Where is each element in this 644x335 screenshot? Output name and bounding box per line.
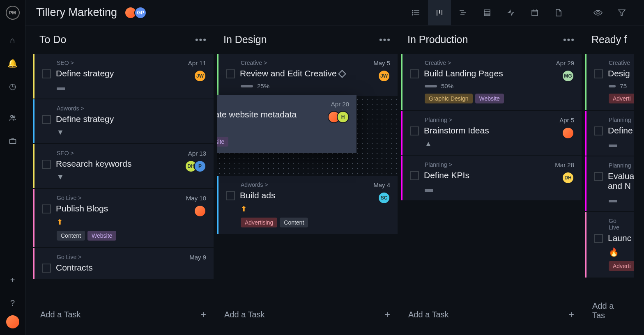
- assignee-avatar[interactable]: JW: [378, 70, 390, 82]
- app-logo[interactable]: PM: [6, 6, 20, 20]
- add-task-button[interactable]: Add a Tas: [585, 294, 634, 328]
- checkbox[interactable]: [594, 234, 603, 243]
- task-card[interactable]: SEO >Define strategy▬Apr 11JW: [33, 54, 214, 99]
- add-task-button[interactable]: Add a Task+: [401, 301, 582, 328]
- add-task-button[interactable]: Add a Task+: [33, 301, 214, 328]
- checkbox[interactable]: [410, 171, 419, 180]
- visibility-icon[interactable]: [586, 0, 610, 25]
- checkbox[interactable]: [42, 264, 51, 273]
- checkbox[interactable]: [410, 126, 419, 135]
- team-icon[interactable]: [5, 110, 21, 126]
- tag[interactable]: Website: [217, 137, 228, 147]
- assignee-avatar[interactable]: MG: [562, 70, 574, 82]
- activity-view-icon[interactable]: [499, 0, 522, 25]
- header-avatars[interactable]: GP: [124, 7, 147, 19]
- tag[interactable]: Content: [280, 218, 308, 227]
- filter-icon[interactable]: [610, 0, 633, 25]
- tag[interactable]: Adverti: [609, 94, 634, 103]
- milestone-icon: [338, 70, 346, 78]
- task-card[interactable]: CreativeDesig75Adverti: [585, 54, 634, 110]
- task-card[interactable]: Go LiveLaunc🔥Adverti: [585, 212, 634, 278]
- breadcrumb[interactable]: Creative >: [241, 60, 390, 66]
- plus-icon: +: [568, 309, 574, 320]
- task-card[interactable]: Adwords >Build ads⬆AdvertisingContentMay…: [217, 176, 398, 234]
- notifications-icon[interactable]: 🔔: [5, 55, 21, 71]
- progress-text: 50%: [441, 83, 453, 89]
- checkbox[interactable]: [226, 69, 235, 78]
- due-date: Apr 11: [188, 60, 206, 67]
- header-avatar[interactable]: GP: [134, 7, 147, 19]
- recent-icon[interactable]: ◷: [5, 78, 21, 94]
- tag[interactable]: Website: [87, 231, 116, 241]
- breadcrumb[interactable]: Go Live >: [57, 195, 206, 201]
- breadcrumb[interactable]: Adwords >: [241, 181, 390, 188]
- tag[interactable]: Website: [475, 94, 504, 103]
- task-card[interactable]: PlanningDefine▬: [585, 111, 634, 156]
- checkbox[interactable]: [42, 204, 51, 213]
- add-task-button[interactable]: Add a Task+: [217, 301, 398, 328]
- fire-icon: 🔥: [609, 247, 619, 257]
- list-view-icon[interactable]: [404, 0, 427, 25]
- breadcrumb[interactable]: SEO >: [57, 150, 206, 156]
- task-card[interactable]: SEO >Research keywords▼Apr 13DHP: [33, 144, 214, 188]
- tag[interactable]: Content: [57, 231, 85, 241]
- breadcrumb[interactable]: Planning >: [425, 117, 574, 123]
- task-title: Brainstorm Ideas: [424, 126, 489, 135]
- breadcrumb[interactable]: Go Live >: [57, 254, 206, 260]
- assignee-avatar[interactable]: DH: [562, 172, 574, 184]
- user-avatar[interactable]: [6, 315, 19, 328]
- task-card[interactable]: SEO >Update website metadata⬇WebsiteApr …: [217, 95, 356, 153]
- priority-icon: ▼: [57, 173, 64, 181]
- assignee-avatar[interactable]: JW: [194, 70, 206, 82]
- task-card[interactable]: Creative >Build Landing Pages50%Graphic …: [401, 54, 582, 110]
- column-menu-icon[interactable]: •••: [563, 34, 575, 45]
- checkbox[interactable]: [410, 69, 419, 78]
- task-title: Build Landing Pages: [424, 69, 503, 78]
- task-card[interactable]: Go Live >Publish Blogs⬆ContentWebsiteMay…: [33, 189, 214, 247]
- tag[interactable]: Adverti: [609, 261, 634, 271]
- projects-icon[interactable]: [5, 133, 21, 149]
- task-card[interactable]: PlanningEvalua and N▬: [585, 156, 634, 211]
- breadcrumb[interactable]: Creative >: [425, 60, 574, 66]
- add-task-label: Add a Tas: [592, 301, 627, 320]
- task-title: Review and Edit Creative: [240, 69, 345, 78]
- assignee-avatar[interactable]: SC: [378, 192, 390, 204]
- task-card[interactable]: Planning >Brainstorm Ideas▲Apr 5: [401, 111, 582, 155]
- breadcrumb[interactable]: Planning >: [425, 161, 574, 168]
- task-card[interactable]: Creative >Review and Edit Creative25%May…: [217, 54, 398, 96]
- tag[interactable]: Graphic Design: [425, 94, 473, 103]
- add-icon[interactable]: +: [5, 272, 21, 288]
- sidebar: PM ⌂ 🔔 ◷ + ?: [0, 0, 25, 335]
- gantt-view-icon[interactable]: [452, 0, 475, 25]
- table-view-icon[interactable]: [476, 0, 499, 25]
- breadcrumb[interactable]: Planning: [609, 162, 627, 169]
- checkbox[interactable]: [42, 115, 51, 124]
- assignee-avatar[interactable]: [194, 205, 206, 217]
- checkbox[interactable]: [594, 69, 603, 78]
- tag[interactable]: Advertising: [241, 218, 277, 227]
- task-card[interactable]: Planning >Define KPIs▬Mar 28DH: [401, 156, 582, 200]
- plus-icon: +: [384, 309, 390, 320]
- help-icon[interactable]: ?: [5, 295, 21, 311]
- checkbox[interactable]: [42, 69, 51, 78]
- column-menu-icon[interactable]: •••: [379, 34, 391, 45]
- breadcrumb[interactable]: Adwords >: [57, 105, 206, 112]
- assignee-avatar[interactable]: [562, 127, 574, 139]
- assignee-avatar[interactable]: P: [194, 160, 206, 172]
- breadcrumb[interactable]: SEO >: [57, 60, 206, 66]
- files-view-icon[interactable]: [547, 0, 570, 25]
- checkbox[interactable]: [42, 160, 51, 169]
- task-card[interactable]: Go Live >ContractsMay 9: [33, 248, 214, 279]
- checkbox[interactable]: [226, 191, 235, 200]
- breadcrumb[interactable]: Planning: [609, 117, 627, 123]
- calendar-view-icon[interactable]: [523, 0, 546, 25]
- assignee-avatar[interactable]: H: [337, 111, 349, 123]
- checkbox[interactable]: [594, 126, 603, 135]
- checkbox[interactable]: [594, 172, 603, 181]
- breadcrumb[interactable]: Creative: [609, 60, 627, 66]
- home-icon[interactable]: ⌂: [5, 32, 21, 48]
- column-menu-icon[interactable]: •••: [195, 34, 207, 45]
- task-card[interactable]: Adwords >Define strategy▼: [33, 99, 214, 143]
- board-view-icon[interactable]: [428, 0, 451, 25]
- breadcrumb[interactable]: Go Live: [609, 218, 627, 231]
